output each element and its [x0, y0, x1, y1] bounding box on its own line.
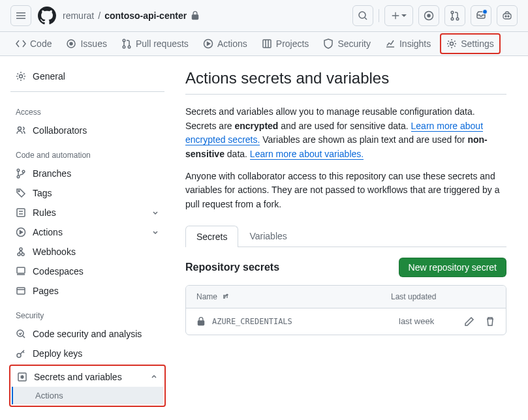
svg-point-26 [22, 253, 24, 256]
github-logo[interactable] [37, 5, 57, 26]
caret-down-icon [401, 13, 407, 18]
rules-icon [16, 207, 26, 218]
copilot-icon [502, 10, 512, 21]
divider [10, 91, 164, 92]
svg-point-18 [18, 127, 22, 130]
svg-point-17 [20, 75, 23, 78]
search-icon [358, 10, 368, 21]
svg-point-27 [20, 248, 22, 250]
sidebar-rules[interactable]: Rules [10, 203, 164, 222]
breadcrumb: remurat / contoso-api-center [63, 10, 200, 21]
sidebar-codespaces[interactable]: Codespaces [10, 262, 164, 281]
delete-secret-button[interactable] [485, 316, 495, 327]
svg-point-30 [17, 330, 23, 337]
nav-actions[interactable]: Actions [198, 32, 253, 55]
issue-opened-icon [66, 38, 76, 49]
notification-dot [482, 9, 488, 14]
sidebar-deploy-keys[interactable]: Deploy keys [10, 344, 164, 363]
sidebar-actions[interactable]: Actions [10, 222, 164, 242]
sidebar-actions-label: Actions [33, 227, 63, 237]
nav-pulls-label: Pull requests [136, 38, 189, 49]
copilot-button[interactable] [497, 5, 518, 26]
nav-projects[interactable]: Projects [256, 32, 315, 55]
create-new-button[interactable] [384, 5, 413, 26]
col-name[interactable]: Name [196, 292, 391, 301]
svg-point-16 [450, 42, 454, 46]
webhook-icon [16, 247, 26, 257]
nav-code[interactable]: Code [10, 32, 57, 55]
issues-button[interactable] [418, 5, 439, 26]
gear-icon [16, 71, 26, 82]
chevron-down-icon [151, 228, 159, 236]
search-button[interactable] [352, 5, 373, 26]
git-pull-icon [450, 10, 460, 21]
sidebar-pages-label: Pages [33, 286, 59, 296]
sidebar-webhooks[interactable]: Webhooks [10, 242, 164, 262]
nav-pulls[interactable]: Pull requests [116, 32, 194, 55]
nav-security[interactable]: Security [318, 32, 376, 55]
edit-secret-button[interactable] [464, 316, 474, 327]
sidebar-secrets-highlight: Secrets and variables Actions [9, 365, 166, 407]
tabs: Secrets Variables [185, 225, 506, 247]
sidebar-codespaces-label: Codespaces [33, 266, 84, 277]
issue-icon [424, 10, 434, 21]
sidebar-branches-label: Branches [33, 168, 71, 179]
tab-variables[interactable]: Variables [238, 225, 298, 247]
svg-point-25 [18, 253, 20, 256]
sidebar-secrets-label: Secrets and variables [34, 372, 122, 382]
svg-point-20 [17, 175, 20, 178]
breadcrumb-repo[interactable]: contoso-api-center [104, 10, 187, 21]
nav-projects-label: Projects [276, 38, 309, 49]
browser-icon [16, 286, 26, 296]
row-actions [464, 316, 495, 327]
key-asterisk-icon [17, 372, 27, 382]
link-variables[interactable]: Learn more about variables. [250, 149, 364, 160]
notifications-button[interactable] [471, 5, 491, 26]
section-header: Repository secrets New repository secret [185, 258, 506, 277]
sidebar-code-security-label: Code security and analysis [33, 329, 142, 339]
svg-point-13 [128, 46, 131, 48]
shield-icon [323, 38, 334, 49]
sidebar-collaborators[interactable]: Collaborators [10, 121, 164, 140]
top-bar: remurat / contoso-api-center [0, 0, 528, 32]
secret-updated: last week [399, 316, 464, 326]
svg-point-7 [505, 16, 506, 17]
table-header: Name Last updated [186, 286, 506, 308]
svg-rect-15 [263, 40, 271, 48]
gear-icon [446, 38, 457, 49]
github-icon [38, 7, 56, 25]
sidebar-secrets-sub-actions[interactable]: Actions [12, 387, 163, 404]
main-layout: General Access Collaborators Code and au… [0, 56, 528, 419]
divider [379, 9, 379, 22]
sidebar-rules-label: Rules [33, 207, 56, 218]
breadcrumb-owner[interactable]: remurat [63, 10, 94, 21]
tab-secrets[interactable]: Secrets [185, 226, 238, 247]
svg-rect-6 [503, 14, 511, 19]
nav-issues[interactable]: Issues [61, 32, 112, 55]
key-icon [16, 348, 26, 359]
description-2: Anyone with collaborator access to this … [185, 170, 506, 212]
menu-button[interactable] [10, 5, 31, 26]
sidebar-security-heading: Security [10, 301, 164, 324]
git-branch-icon [16, 168, 26, 179]
sidebar-branches[interactable]: Branches [10, 164, 164, 183]
nav-security-label: Security [337, 38, 371, 49]
nav-settings[interactable]: Settings [440, 33, 501, 54]
sidebar-access-heading: Access [10, 97, 164, 121]
sidebar-pages[interactable]: Pages [10, 281, 164, 301]
pull-requests-button[interactable] [444, 5, 465, 26]
repo-nav: Code Issues Pull requests Actions Projec… [0, 32, 528, 56]
lock-icon [191, 11, 200, 20]
topbar-actions [352, 5, 518, 26]
sidebar-code-security[interactable]: Code security and analysis [10, 324, 164, 344]
chevron-up-icon [150, 373, 158, 381]
col-updated: Last updated [391, 292, 495, 301]
pencil-icon [464, 316, 474, 327]
new-repository-secret-button[interactable]: New repository secret [399, 258, 506, 277]
sidebar-general[interactable]: General [10, 67, 164, 86]
nav-issues-label: Issues [80, 38, 106, 49]
sidebar-deploy-keys-label: Deploy keys [33, 348, 82, 359]
sidebar-tags[interactable]: Tags [10, 183, 164, 203]
nav-insights[interactable]: Insights [380, 32, 436, 55]
sidebar-secrets-variables[interactable]: Secrets and variables [12, 367, 163, 387]
